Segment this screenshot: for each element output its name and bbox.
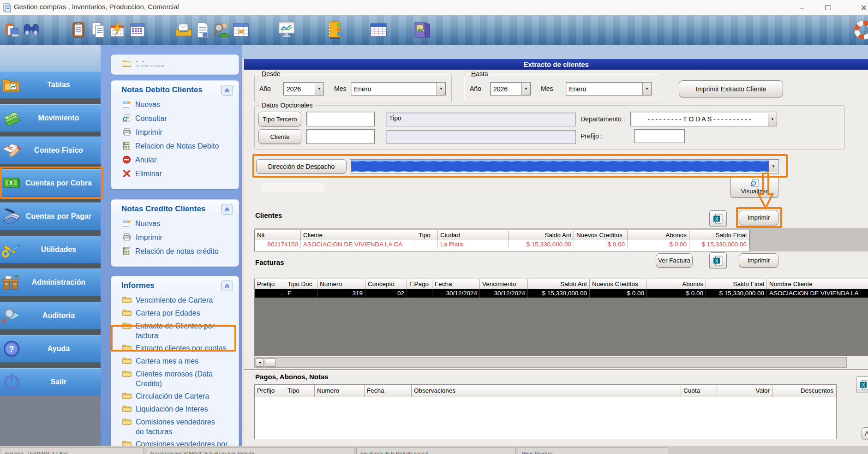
nav-item-anular[interactable]: Anular (111, 154, 239, 167)
facturas-header-row: Prefijo Tipo Doc Numero Concepto F.Pago … (255, 279, 868, 289)
partial-button-a[interactable]: A (862, 427, 868, 439)
folder-icon (122, 440, 132, 446)
delete-x-icon (122, 169, 131, 180)
sidebar-item-tablas[interactable]: Tablas (0, 71, 101, 99)
imprimir-extracto-cliente-button[interactable]: Imprimir Extracto Cliente (679, 80, 783, 97)
sidebar-item-cuentas-por-pagar[interactable]: Cuentas por Pagar (0, 203, 101, 230)
client-search-icon[interactable] (213, 20, 231, 40)
direccion-despacho-button[interactable]: Dirección de Despacho (256, 159, 347, 173)
scrollbar-thumb[interactable] (265, 358, 276, 366)
nav-item-circulacion-cartera[interactable]: Circulación de Cartera (111, 390, 239, 403)
desde-ano-select[interactable]: 2026 ▼ (283, 82, 324, 96)
sidebar-item-conteo-fisico[interactable]: Conteo Fisico (0, 137, 101, 164)
facturas-imprimir-button[interactable]: Imprimir (739, 253, 778, 268)
sidebar-item-label: Ayuda (23, 345, 101, 353)
nav-item-clientes-morosos[interactable]: Clientes morosos (Data Credito) (111, 368, 217, 390)
facturas-selected-row[interactable]: . F 319 02 30/12/2024 30/12/2024 $ 15,33… (255, 289, 868, 298)
cliente-button[interactable]: Cliente (258, 129, 301, 144)
status-placeholder-box (261, 183, 324, 192)
scroll-left-button[interactable]: ◄ (256, 358, 264, 366)
prefijo-input[interactable] (634, 129, 685, 143)
data-table-icon[interactable] (369, 20, 388, 40)
hasta-mes-select[interactable]: Enero ▼ (566, 82, 652, 96)
window-title: Gestion compras , inventarios, Produccio… (14, 3, 179, 11)
restore-button[interactable] (816, 0, 840, 15)
schedule-grid-icon[interactable] (128, 20, 147, 40)
sidebar-item-label: Utilidades (23, 245, 101, 254)
reports-icon[interactable] (4, 20, 22, 40)
nav-item-label: Comisiones vendedores de facturas (136, 417, 219, 436)
card-notas-credito: Notas Credito Clientes Nuevas Imprimir R… (111, 199, 239, 267)
facturas-h-scrollbar[interactable]: ◄ (254, 357, 847, 368)
help-lifering-icon[interactable] (855, 20, 868, 40)
nav-item-imprimir[interactable]: Imprimir (111, 126, 239, 140)
sidebar-item-cuentas-por-cobrar[interactable]: $ Cuentas por Cobra (0, 169, 101, 197)
folder-icon (122, 418, 132, 427)
forms-clipboard-icon[interactable] (69, 20, 88, 40)
tipo-tercero-button[interactable]: Tipo Tercero (258, 112, 301, 126)
sidebar-item-movimiento[interactable]: Movimiento (0, 104, 101, 132)
nav-item-consultar[interactable]: Consultar (111, 112, 239, 126)
nav-item-label: Comisiones vendedores por (136, 439, 227, 446)
sidebar-item-ayuda[interactable]: ? Ayuda (0, 335, 101, 363)
folder-icon (122, 296, 132, 305)
copy-documents-icon[interactable] (89, 20, 108, 40)
departamento-select[interactable]: - - - - - - - - - T O D A S - - - - - - … (630, 112, 777, 126)
nav-item-imprimir-credito[interactable]: Imprimir (111, 231, 239, 245)
clientes-excel-button[interactable]: X (709, 210, 727, 227)
pagos-excel-button-partial[interactable]: X (856, 376, 868, 393)
nav-item-extracto-clientes-factura[interactable]: Extracto de Clientes por factura (111, 320, 217, 342)
hand-writing-icon (0, 143, 23, 158)
collapse-button[interactable] (221, 204, 233, 215)
ver-factura-button[interactable]: Ver Factura (656, 253, 693, 268)
close-button[interactable]: × (852, 0, 868, 15)
nav-item-relacion-notas-credito[interactable]: Relación de notas crédito (111, 245, 239, 259)
extracto-de-clientes-window: Extracto de clientes Desde Año 2026 ▼ Me… (242, 59, 868, 446)
nav-item-relacion-notas-debito[interactable]: Relacion de Notas Debito (111, 140, 239, 154)
tipo-tercero-input[interactable] (306, 112, 375, 126)
nav-item-extracto-clientes-cuotas[interactable]: Extracto clientes por cuotas (111, 342, 239, 355)
cliente-field (386, 130, 576, 144)
nav-item-eliminar[interactable]: Eliminar (111, 167, 239, 181)
document-icon[interactable] (193, 20, 212, 40)
chevron-double-up-icon (224, 207, 230, 212)
cliente-input[interactable] (306, 129, 375, 144)
nav-item-label: Imprimir (136, 233, 162, 242)
exit-door-icon[interactable] (413, 20, 431, 40)
mail-tray-icon[interactable] (174, 20, 193, 40)
minimize-button[interactable]: – (790, 0, 814, 15)
clientes-imprimir-button[interactable]: Imprimir (739, 210, 778, 225)
facturas-excel-button[interactable]: X (709, 252, 727, 269)
nav-item-nuevas[interactable]: Nuevas (111, 98, 239, 112)
direccion-despacho-select[interactable]: ▼ (350, 159, 779, 173)
collapse-button[interactable] (221, 281, 233, 291)
pagos-header-row: Prefijo Tipo Numero Fecha Observaciones … (255, 385, 836, 397)
folder-chart-icon (0, 77, 23, 93)
dashboard-monitor-icon[interactable] (277, 20, 296, 40)
sidebar-item-auditoria[interactable]: Auditoria (0, 302, 101, 329)
nav-item-vencimiento-cartera[interactable]: Vencimiento de Cartera (111, 294, 239, 307)
nav-item-cartera-mes-a-mes[interactable]: Cartera mes a mes (111, 355, 239, 368)
sidebar-item-utilidades[interactable]: Utilidades (0, 236, 101, 263)
notebook-icon[interactable] (325, 20, 343, 40)
nav-item-cartera-por-edades[interactable]: Cartera por Edades (111, 307, 239, 320)
quick-entry-calendar-icon[interactable] (108, 20, 126, 40)
nav-item-comisiones-vendedores-facturas[interactable]: Comisiones vendedores de facturas (111, 416, 222, 438)
folder-icon (122, 405, 132, 414)
clientes-row[interactable]: 901174150 ASOCIACION DE VIVIENDA LA CA L… (255, 240, 749, 249)
hasta-ano-select[interactable]: 2026 ▼ (490, 82, 531, 96)
search-binoculars-icon[interactable] (22, 20, 41, 40)
nav-item-nuevas-credito[interactable]: Nuevas (111, 217, 239, 231)
sidebar-item-administracion[interactable]: Administración (0, 269, 101, 296)
table-highlight-icon[interactable] (232, 20, 250, 40)
collapse-button[interactable] (221, 85, 233, 96)
facturas-section-label: Facturas (255, 258, 284, 266)
desde-label: Desde (259, 70, 282, 78)
desde-mes-select[interactable]: Enero ▼ (351, 82, 446, 96)
sidebar-item-salir[interactable]: Salir (0, 368, 101, 396)
nav-item-liquidacion-interes[interactable]: Liquidación de Interes (111, 403, 239, 416)
folder-icon (122, 392, 132, 401)
audit-magnifier-icon (0, 308, 23, 323)
nav-item-comisiones-vendedores-por[interactable]: Comisiones vendedores por (111, 438, 239, 446)
clientes-header-row: Nit Cliente Tipo Ciudad Saldo Ant Nuevos… (255, 230, 749, 240)
